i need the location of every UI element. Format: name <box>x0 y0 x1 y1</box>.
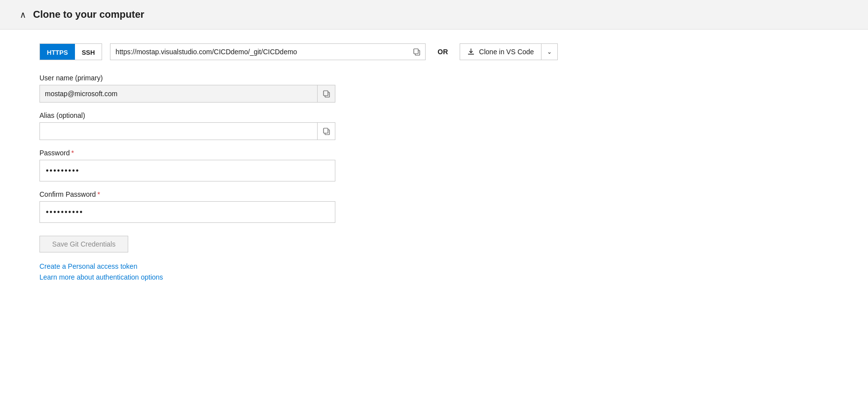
username-input[interactable] <box>40 85 317 102</box>
svg-rect-6 <box>324 128 328 133</box>
section-content: HTTPS SSH OR <box>0 30 868 304</box>
password-input-container <box>39 160 335 181</box>
clone-vscode-main: Clone in VS Code <box>460 44 541 60</box>
copy-username-icon <box>323 90 330 98</box>
copy-alias-icon <box>323 127 330 135</box>
password-required-star: * <box>71 149 73 157</box>
or-label: OR <box>434 48 452 56</box>
page-container: ∧ Clone to your computer HTTPS SSH <box>0 0 868 395</box>
svg-rect-1 <box>414 49 418 54</box>
username-input-container <box>39 85 335 103</box>
confirm-password-required-star: * <box>97 190 100 198</box>
clone-url-input[interactable] <box>110 44 408 60</box>
clone-vscode-button[interactable]: Clone in VS Code ⌄ <box>460 43 557 60</box>
confirm-password-input-container <box>39 201 335 223</box>
confirm-password-label: Confirm Password* <box>39 190 335 198</box>
copy-icon <box>413 48 421 56</box>
create-personal-access-token-link[interactable]: Create a Personal access token <box>39 262 829 270</box>
alias-label: Alias (optional) <box>39 111 335 119</box>
alias-input[interactable] <box>40 123 317 140</box>
save-git-credentials-button[interactable]: Save Git Credentials <box>39 236 128 252</box>
tab-https[interactable]: HTTPS <box>40 44 75 60</box>
password-input[interactable] <box>40 160 335 181</box>
learn-more-authentication-link[interactable]: Learn more about authentication options <box>39 273 829 281</box>
password-label: Password* <box>39 149 335 157</box>
confirm-password-input[interactable] <box>40 202 335 222</box>
clone-vscode-dropdown-arrow[interactable]: ⌄ <box>542 44 557 60</box>
download-icon <box>467 48 475 56</box>
confirm-password-group: Confirm Password* <box>39 190 335 223</box>
tab-ssh[interactable]: SSH <box>75 44 102 60</box>
alias-group: Alias (optional) <box>39 111 335 140</box>
alias-input-container <box>39 122 335 140</box>
protocol-tabs: HTTPS SSH <box>39 43 102 60</box>
svg-rect-2 <box>468 54 474 55</box>
password-group: Password* <box>39 149 335 181</box>
section-title: Clone to your computer <box>33 9 145 20</box>
url-input-container <box>110 43 426 60</box>
section-header: ∧ Clone to your computer <box>0 0 868 30</box>
clone-vscode-label: Clone in VS Code <box>479 48 534 56</box>
url-row: HTTPS SSH OR <box>39 43 829 60</box>
copy-url-button[interactable] <box>408 44 425 60</box>
username-group: User name (primary) <box>39 74 335 103</box>
collapse-icon[interactable]: ∧ <box>20 9 26 20</box>
copy-alias-button[interactable] <box>317 123 335 140</box>
svg-rect-4 <box>324 91 328 96</box>
username-label: User name (primary) <box>39 74 335 82</box>
copy-username-button[interactable] <box>317 85 335 102</box>
